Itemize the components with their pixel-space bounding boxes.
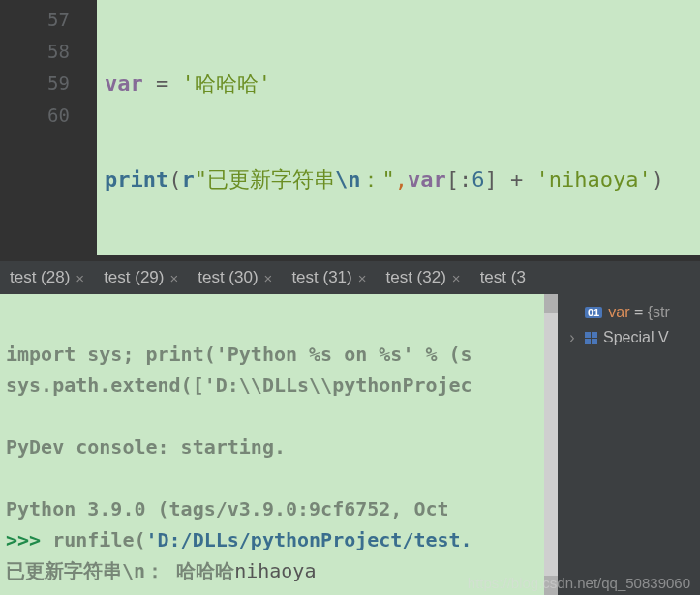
chevron-right-icon[interactable]: ›: [565, 329, 579, 346]
variable-row-var[interactable]: 01 var = {str: [558, 300, 700, 325]
token-comma: ,: [395, 167, 408, 192]
token-quote: ': [182, 72, 195, 96]
equals-sign: =: [629, 304, 647, 320]
watermark-text: https://blog.csdn.net/qq_50839060: [468, 575, 690, 591]
scrollbar-button-up[interactable]: [544, 294, 558, 313]
editor-area: 57 58 59 60 var = '哈哈哈' print(r"已更新字符串\n…: [0, 0, 700, 255]
group-icon: [585, 332, 597, 344]
tab-test-partial[interactable]: test (3: [471, 261, 535, 294]
token-colon: :: [459, 167, 472, 192]
code-line-58[interactable]: print(r"已更新字符串\n：",var[:6] + 'nihaoya'): [105, 164, 700, 195]
console-prompt: >>>: [6, 528, 52, 551]
console-output: nihaoya: [234, 559, 316, 582]
tab-test-29[interactable]: test (29) ×: [94, 261, 188, 294]
token-paren: (: [168, 167, 181, 192]
variable-name: var: [608, 304, 629, 320]
token-number: 6: [472, 167, 484, 192]
token-operator: =: [143, 72, 182, 96]
line-number: 57: [0, 4, 70, 36]
token-string: 哈哈哈: [195, 72, 259, 96]
python-console[interactable]: import sys; print('Python %s on %s' % (s…: [0, 294, 558, 595]
line-number: 58: [0, 36, 70, 68]
token-bracket: ]: [484, 167, 497, 192]
token-string-prefix: r: [181, 167, 194, 192]
variables-panel: 01 var = {str › Special V: [558, 294, 700, 595]
token-string: 已更新字符串: [207, 167, 335, 192]
console-line: Python 3.9.0 (tags/v3.9.0:9cf6752, Oct: [6, 497, 449, 521]
close-icon[interactable]: ×: [452, 270, 461, 286]
console-call: runfile(: [52, 528, 145, 551]
console-line: import sys; print('Python %s on %s' % (s: [6, 342, 472, 366]
lower-pane: import sys; print('Python %s on %s' % (s…: [0, 294, 700, 595]
code-editor[interactable]: var = '哈哈哈' print(r"已更新字符串\n：",var[:6] +…: [97, 0, 700, 255]
console-string: 'D:/DLLs/pythonProject/test.: [146, 528, 472, 551]
token-quote: ': [638, 167, 651, 192]
line-number: 59: [0, 68, 70, 100]
token-paren: ): [652, 167, 664, 192]
console-output: 已更新字符串: [6, 559, 122, 582]
console-tab-bar: test (28) × test (29) × test (30) × test…: [0, 261, 700, 294]
tab-label: test (29): [104, 268, 164, 287]
console-scrollbar[interactable]: [544, 294, 558, 595]
token-variable: var: [408, 167, 446, 192]
console-output: \n: [122, 559, 145, 582]
line-number: 60: [0, 100, 70, 132]
tab-test-30[interactable]: test (30) ×: [188, 261, 282, 294]
console-line: sys.path.extend(['D:\\DLLs\\pythonProjec: [6, 373, 472, 397]
close-icon[interactable]: ×: [169, 270, 178, 286]
token-string: nihaoya: [549, 167, 639, 192]
token-quote: ": [195, 167, 207, 192]
token-string: ：: [360, 167, 381, 192]
token-builtin: print: [105, 167, 168, 192]
tab-label: test (30): [198, 268, 258, 287]
token-escape: \n: [335, 167, 361, 192]
tab-label: test (3: [480, 268, 526, 287]
token-quote: ': [259, 72, 271, 96]
close-icon[interactable]: ×: [76, 270, 84, 286]
token-quote: ': [535, 167, 548, 192]
tab-label: test (31): [291, 268, 351, 287]
console-output: ： 哈哈哈: [145, 559, 234, 582]
tab-test-31[interactable]: test (31) ×: [282, 261, 376, 294]
close-icon[interactable]: ×: [264, 270, 273, 286]
tab-test-28[interactable]: test (28) ×: [0, 261, 94, 294]
token-operator: +: [498, 167, 536, 192]
type-badge-icon: 01: [585, 307, 602, 318]
close-icon[interactable]: ×: [358, 270, 367, 286]
variable-row-special[interactable]: › Special V: [558, 325, 700, 350]
variable-group-label: Special V: [603, 329, 669, 346]
token-bracket: [: [446, 167, 459, 192]
tab-label: test (32): [386, 268, 446, 287]
token-quote: ": [381, 167, 394, 192]
line-gutter: 57 58 59 60: [0, 0, 97, 255]
console-line: PyDev console: starting.: [6, 435, 286, 459]
tab-label: test (28): [10, 268, 70, 287]
tab-test-32[interactable]: test (32) ×: [377, 261, 471, 294]
token-variable: var: [105, 72, 143, 96]
variable-type: {str: [648, 304, 670, 320]
code-line-57[interactable]: var = '哈哈哈': [105, 68, 700, 100]
